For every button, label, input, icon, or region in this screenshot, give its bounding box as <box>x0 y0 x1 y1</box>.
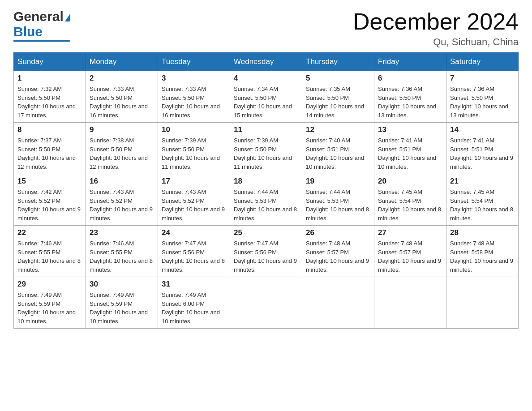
calendar-cell: 31 Sunrise: 7:49 AMSunset: 6:00 PMDaylig… <box>158 277 230 329</box>
calendar-cell: 11 Sunrise: 7:39 AMSunset: 5:50 PMDaylig… <box>230 123 302 174</box>
cell-info: Sunrise: 7:47 AMSunset: 5:56 PMDaylight:… <box>234 240 297 273</box>
calendar-cell: 2 Sunrise: 7:33 AMSunset: 5:50 PMDayligh… <box>86 71 158 123</box>
cell-info: Sunrise: 7:36 AMSunset: 5:50 PMDaylight:… <box>378 86 436 119</box>
day-number: 26 <box>306 228 370 237</box>
logo-triangle-icon <box>65 13 70 21</box>
calendar-cell: 27 Sunrise: 7:48 AMSunset: 5:57 PMDaylig… <box>374 226 446 277</box>
day-number: 13 <box>378 125 442 134</box>
calendar-cell: 14 Sunrise: 7:41 AMSunset: 5:51 PMDaylig… <box>446 123 519 174</box>
cell-info: Sunrise: 7:46 AMSunset: 5:55 PMDaylight:… <box>17 240 81 273</box>
calendar-cell <box>374 277 446 329</box>
header-sunday: Sunday <box>14 53 86 71</box>
day-number: 29 <box>17 280 82 289</box>
calendar-cell: 10 Sunrise: 7:39 AMSunset: 5:50 PMDaylig… <box>158 123 230 174</box>
cell-info: Sunrise: 7:40 AMSunset: 5:51 PMDaylight:… <box>306 137 364 170</box>
day-number: 9 <box>90 125 154 134</box>
header-friday: Friday <box>374 53 446 71</box>
day-number: 28 <box>450 228 515 237</box>
cell-info: Sunrise: 7:32 AMSunset: 5:50 PMDaylight:… <box>17 86 76 119</box>
day-number: 12 <box>306 125 370 134</box>
cell-info: Sunrise: 7:41 AMSunset: 5:51 PMDaylight:… <box>378 137 436 170</box>
calendar-cell: 24 Sunrise: 7:47 AMSunset: 5:56 PMDaylig… <box>158 226 230 277</box>
cell-info: Sunrise: 7:37 AMSunset: 5:50 PMDaylight:… <box>17 137 76 170</box>
title-section: December 2024 Qu, Sichuan, China <box>353 9 519 48</box>
calendar-cell: 1 Sunrise: 7:32 AMSunset: 5:50 PMDayligh… <box>14 71 86 123</box>
cell-info: Sunrise: 7:49 AMSunset: 6:00 PMDaylight:… <box>162 291 220 325</box>
header-wednesday: Wednesday <box>230 53 302 71</box>
day-number: 25 <box>234 228 298 237</box>
calendar-cell: 7 Sunrise: 7:36 AMSunset: 5:50 PMDayligh… <box>446 71 519 123</box>
day-number: 14 <box>450 125 515 134</box>
week-row-2: 8 Sunrise: 7:37 AMSunset: 5:50 PMDayligh… <box>14 123 519 174</box>
cell-info: Sunrise: 7:42 AMSunset: 5:52 PMDaylight:… <box>17 188 81 222</box>
logo-blue-text: Blue <box>13 24 43 39</box>
cell-info: Sunrise: 7:34 AMSunset: 5:50 PMDaylight:… <box>234 86 292 119</box>
day-number: 20 <box>378 177 442 186</box>
week-row-5: 29 Sunrise: 7:49 AMSunset: 5:59 PMDaylig… <box>14 277 519 329</box>
cell-info: Sunrise: 7:39 AMSunset: 5:50 PMDaylight:… <box>162 137 220 170</box>
calendar-cell: 4 Sunrise: 7:34 AMSunset: 5:50 PMDayligh… <box>230 71 302 123</box>
week-row-3: 15 Sunrise: 7:42 AMSunset: 5:52 PMDaylig… <box>14 174 519 226</box>
header-tuesday: Tuesday <box>158 53 230 71</box>
day-number: 30 <box>90 280 154 289</box>
cell-info: Sunrise: 7:45 AMSunset: 5:54 PMDaylight:… <box>450 188 513 222</box>
calendar-cell <box>302 277 374 329</box>
day-number: 19 <box>306 177 370 186</box>
day-number: 15 <box>17 177 82 186</box>
cell-info: Sunrise: 7:46 AMSunset: 5:55 PMDaylight:… <box>90 240 153 273</box>
cell-info: Sunrise: 7:43 AMSunset: 5:52 PMDaylight:… <box>162 188 225 222</box>
cell-info: Sunrise: 7:33 AMSunset: 5:50 PMDaylight:… <box>90 86 148 119</box>
cell-info: Sunrise: 7:38 AMSunset: 5:50 PMDaylight:… <box>90 137 148 170</box>
calendar-cell <box>230 277 302 329</box>
day-number: 10 <box>162 125 226 134</box>
day-number: 24 <box>162 228 226 237</box>
day-number: 8 <box>17 125 82 134</box>
calendar-cell: 17 Sunrise: 7:43 AMSunset: 5:52 PMDaylig… <box>158 174 230 226</box>
day-header-row: Sunday Monday Tuesday Wednesday Thursday… <box>14 53 519 71</box>
day-number: 4 <box>234 74 298 83</box>
day-number: 16 <box>90 177 154 186</box>
calendar-cell: 9 Sunrise: 7:38 AMSunset: 5:50 PMDayligh… <box>86 123 158 174</box>
calendar-cell: 15 Sunrise: 7:42 AMSunset: 5:52 PMDaylig… <box>14 174 86 226</box>
calendar-cell: 28 Sunrise: 7:48 AMSunset: 5:58 PMDaylig… <box>446 226 519 277</box>
week-row-4: 22 Sunrise: 7:46 AMSunset: 5:55 PMDaylig… <box>14 226 519 277</box>
week-row-1: 1 Sunrise: 7:32 AMSunset: 5:50 PMDayligh… <box>14 71 519 123</box>
cell-info: Sunrise: 7:39 AMSunset: 5:50 PMDaylight:… <box>234 137 292 170</box>
cell-info: Sunrise: 7:35 AMSunset: 5:50 PMDaylight:… <box>306 86 364 119</box>
calendar-header: Sunday Monday Tuesday Wednesday Thursday… <box>14 53 519 71</box>
calendar-body: 1 Sunrise: 7:32 AMSunset: 5:50 PMDayligh… <box>14 71 519 329</box>
calendar-cell: 8 Sunrise: 7:37 AMSunset: 5:50 PMDayligh… <box>14 123 86 174</box>
cell-info: Sunrise: 7:44 AMSunset: 5:53 PMDaylight:… <box>306 188 369 222</box>
calendar-cell <box>446 277 519 329</box>
cell-info: Sunrise: 7:48 AMSunset: 5:58 PMDaylight:… <box>450 240 513 273</box>
logo-general-text: General <box>13 9 64 24</box>
calendar-cell: 26 Sunrise: 7:48 AMSunset: 5:57 PMDaylig… <box>302 226 374 277</box>
cell-info: Sunrise: 7:49 AMSunset: 5:59 PMDaylight:… <box>90 291 148 325</box>
calendar-cell: 16 Sunrise: 7:43 AMSunset: 5:52 PMDaylig… <box>86 174 158 226</box>
calendar-table: Sunday Monday Tuesday Wednesday Thursday… <box>13 52 519 329</box>
location-title: Qu, Sichuan, China <box>353 36 519 48</box>
calendar-cell: 18 Sunrise: 7:44 AMSunset: 5:53 PMDaylig… <box>230 174 302 226</box>
calendar-cell: 19 Sunrise: 7:44 AMSunset: 5:53 PMDaylig… <box>302 174 374 226</box>
cell-info: Sunrise: 7:36 AMSunset: 5:50 PMDaylight:… <box>450 86 508 119</box>
day-number: 22 <box>17 228 82 237</box>
calendar-cell: 22 Sunrise: 7:46 AMSunset: 5:55 PMDaylig… <box>14 226 86 277</box>
day-number: 31 <box>162 280 226 289</box>
calendar-cell: 5 Sunrise: 7:35 AMSunset: 5:50 PMDayligh… <box>302 71 374 123</box>
day-number: 5 <box>306 74 370 83</box>
calendar-cell: 12 Sunrise: 7:40 AMSunset: 5:51 PMDaylig… <box>302 123 374 174</box>
calendar-cell: 23 Sunrise: 7:46 AMSunset: 5:55 PMDaylig… <box>86 226 158 277</box>
calendar-cell: 6 Sunrise: 7:36 AMSunset: 5:50 PMDayligh… <box>374 71 446 123</box>
page-header: General Blue December 2024 Qu, Sichuan, … <box>13 9 519 48</box>
header-thursday: Thursday <box>302 53 374 71</box>
day-number: 3 <box>162 74 226 83</box>
day-number: 18 <box>234 177 298 186</box>
calendar-cell: 30 Sunrise: 7:49 AMSunset: 5:59 PMDaylig… <box>86 277 158 329</box>
cell-info: Sunrise: 7:33 AMSunset: 5:50 PMDaylight:… <box>162 86 220 119</box>
calendar-cell: 21 Sunrise: 7:45 AMSunset: 5:54 PMDaylig… <box>446 174 519 226</box>
calendar-cell: 20 Sunrise: 7:45 AMSunset: 5:54 PMDaylig… <box>374 174 446 226</box>
cell-info: Sunrise: 7:44 AMSunset: 5:53 PMDaylight:… <box>234 188 297 222</box>
day-number: 27 <box>378 228 442 237</box>
day-number: 2 <box>90 74 154 83</box>
cell-info: Sunrise: 7:43 AMSunset: 5:52 PMDaylight:… <box>90 188 153 222</box>
